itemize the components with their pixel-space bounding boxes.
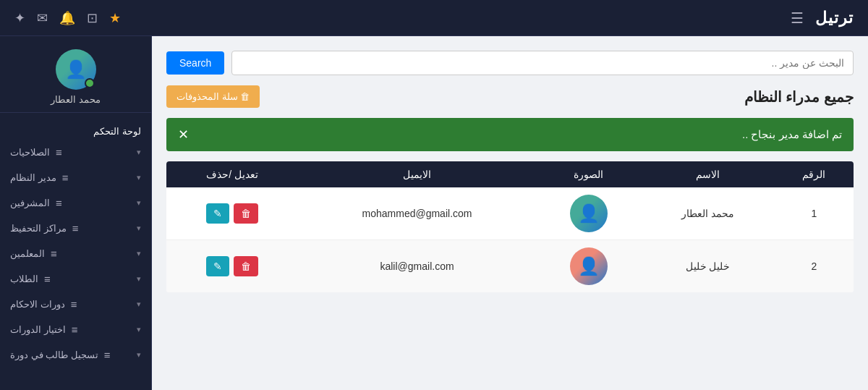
trash-button[interactable]: 🗑 سلة المحذوفات — [166, 85, 260, 108]
cell-name: محمد العطار — [642, 187, 775, 240]
cell-avatar: 👤 — [536, 187, 642, 240]
sidebar-username: محمد العطار — [51, 94, 101, 105]
cell-number: 2 — [775, 240, 854, 293]
sidebar-item-marakiz-tahfidh[interactable]: ▾≡مراكز التحفيظ — [0, 216, 151, 241]
sidebar-item-tullab[interactable]: ▾≡الطلاب — [0, 266, 151, 292]
col-email: الايميل — [298, 161, 535, 187]
expand-icon[interactable]: ⊡ — [87, 10, 98, 26]
chevron-down-icon: ▾ — [137, 325, 141, 334]
mail-icon[interactable]: ✉ — [37, 10, 48, 26]
col-avatar: الصورة — [536, 161, 642, 187]
sidebar-item-label: دورات الاحكام — [10, 299, 65, 310]
navbar-left: ★ ⊡ 🔔 ✉ ✦ — [14, 10, 121, 26]
cell-number: 1 — [775, 187, 854, 240]
chevron-down-icon: ▾ — [137, 249, 141, 258]
list-icon: ≡ — [56, 146, 62, 158]
page-title: جميع مدراء النظام — [744, 88, 854, 106]
cell-email: mohammed@gmail.com — [298, 187, 535, 240]
sidebar-item-label: المشرفين — [10, 198, 50, 208]
sidebar-item-label: مراكز التحفيظ — [10, 223, 67, 234]
search-input[interactable] — [231, 51, 854, 75]
star-icon[interactable]: ★ — [109, 10, 121, 26]
delete-button[interactable]: 🗑 — [234, 203, 258, 224]
success-message: تم اضافة مدير بنجاح .. — [742, 128, 842, 141]
sidebar-item-tasjil-talib[interactable]: ▾≡تسجيل طالب في دورة — [0, 342, 151, 368]
data-table: الرقم الاسم الصورة الايميل تعديل /حذف 1م… — [166, 161, 854, 292]
sidebar-item-label: المعلمين — [10, 248, 45, 259]
cell-actions: 🗑✎ — [166, 240, 298, 293]
sidebar-item-dawrat-ahkam[interactable]: ▾≡دورات الاحكام — [0, 292, 151, 317]
dashboard-label: لوحة التحكم — [0, 120, 151, 140]
chevron-down-icon: ▾ — [137, 198, 141, 208]
avatar-circle: 👤 — [570, 247, 608, 285]
list-icon: ≡ — [56, 197, 62, 209]
chevron-down-icon: ▾ — [137, 350, 141, 360]
settings-icon[interactable]: ✦ — [14, 10, 25, 26]
table-row: 2خليل خليل👤kalil@gmail.com🗑✎ — [166, 240, 854, 293]
list-icon: ≡ — [51, 247, 57, 260]
col-number: الرقم — [775, 161, 854, 187]
sidebar-profile: 👤 محمد العطار — [0, 36, 151, 113]
sidebar-item-modir-nizam[interactable]: ▾≡مدير النظام — [0, 165, 151, 190]
list-icon: ≡ — [44, 273, 51, 285]
close-icon[interactable]: ✕ — [178, 127, 189, 143]
main-content: Search جميع مدراء النظام 🗑 سلة المحذوفات… — [152, 36, 868, 390]
table-header-row: الرقم الاسم الصورة الايميل تعديل /حذف — [166, 161, 854, 187]
online-badge — [85, 78, 95, 88]
list-icon: ≡ — [72, 323, 78, 336]
search-button[interactable]: Search — [166, 51, 224, 75]
table-row: 1محمد العطار👤mohammed@gmail.com🗑✎ — [166, 187, 854, 240]
edit-button[interactable]: ✎ — [206, 203, 229, 224]
sidebar: 👤 محمد العطار لوحة التحكم ▾≡الصلاحيات▾≡م… — [0, 36, 152, 390]
sidebar-item-moalimin[interactable]: ▾≡المعلمين — [0, 241, 151, 266]
sidebar-item-salahiyat[interactable]: ▾≡الصلاحيات — [0, 140, 151, 165]
success-bar: تم اضافة مدير بنجاح .. ✕ — [166, 118, 854, 151]
edit-button[interactable]: ✎ — [206, 256, 229, 276]
col-actions: تعديل /حذف — [166, 161, 298, 187]
page-header-row: جميع مدراء النظام 🗑 سلة المحذوفات — [166, 85, 854, 108]
avatar: 👤 — [56, 49, 96, 90]
chevron-down-icon: ▾ — [137, 274, 141, 284]
navbar: ترتيل ☰ ★ ⊡ 🔔 ✉ ✦ — [0, 0, 868, 36]
hamburger-icon[interactable]: ☰ — [791, 9, 804, 27]
cell-avatar: 👤 — [536, 240, 642, 293]
list-icon: ≡ — [72, 222, 79, 234]
chevron-down-icon: ▾ — [137, 224, 141, 233]
cell-actions: 🗑✎ — [166, 187, 298, 240]
sidebar-nav: لوحة التحكم ▾≡الصلاحيات▾≡مدير النظام▾≡ال… — [0, 113, 151, 390]
list-icon: ≡ — [104, 349, 111, 361]
sidebar-item-label: اختيار الدورات — [10, 324, 66, 335]
sidebar-item-label: مدير النظام — [10, 172, 56, 183]
chevron-down-icon: ▾ — [137, 148, 141, 157]
delete-button[interactable]: 🗑 — [234, 256, 258, 276]
bell-icon[interactable]: 🔔 — [59, 10, 75, 26]
chevron-down-icon: ▾ — [137, 173, 141, 182]
chevron-down-icon: ▾ — [137, 300, 141, 309]
search-row: Search — [166, 51, 854, 75]
list-icon: ≡ — [62, 171, 69, 184]
brand-title: ترتيل — [815, 9, 854, 27]
layout: Search جميع مدراء النظام 🗑 سلة المحذوفات… — [0, 36, 868, 390]
list-icon: ≡ — [71, 298, 77, 310]
sidebar-item-label: تسجيل طالب في دورة — [10, 349, 98, 360]
col-name: الاسم — [642, 161, 775, 187]
sidebar-item-ikhtiyar-dawrat[interactable]: ▾≡اختيار الدورات — [0, 317, 151, 342]
navbar-right: ترتيل ☰ — [791, 9, 854, 27]
sidebar-item-label: الطلاب — [10, 274, 38, 284]
cell-name: خليل خليل — [642, 240, 775, 293]
avatar-circle: 👤 — [570, 195, 608, 232]
sidebar-item-label: الصلاحيات — [10, 147, 50, 158]
sidebar-item-moshrifin[interactable]: ▾≡المشرفين — [0, 190, 151, 216]
cell-email: kalil@gmail.com — [298, 240, 535, 293]
